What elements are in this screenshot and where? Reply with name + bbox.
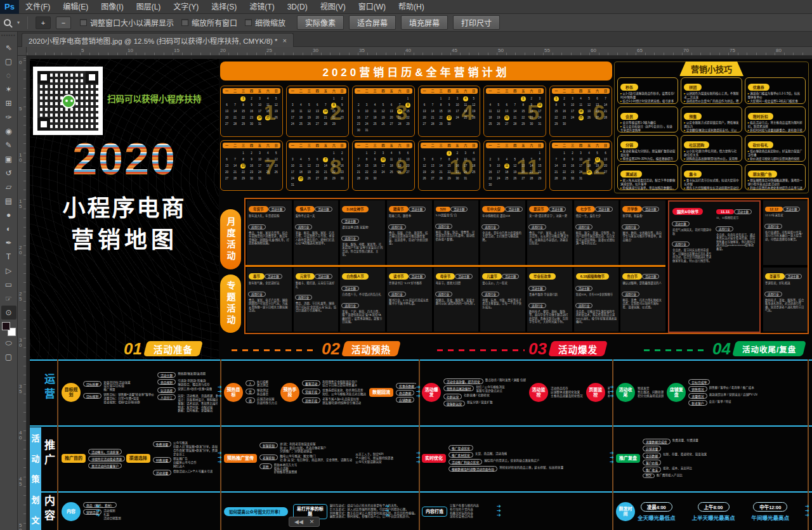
theme-tag: 活动主题 [642,207,660,212]
color-swatches[interactable] [2,322,16,336]
activity-pill: 毕业狂欢季 [529,273,556,280]
marquee-tool[interactable]: ▢ [1,55,16,68]
close-tab-icon[interactable]: × [283,37,287,44]
zoom-tool[interactable]: ⊙ [1,306,16,320]
calendar-weekday-row: 一二三四五六日 [421,143,478,148]
zoom-in-button[interactable]: + [36,16,51,29]
history-brush-tool[interactable]: ↺ [1,166,16,180]
clone-stamp-tool[interactable]: ▣ [1,152,16,166]
day-cell: 1 [519,96,527,102]
checkbox-icon[interactable] [181,19,188,26]
flow-branch: 推广渠道优化 [449,445,563,451]
flow-branch: 推广收支投放、成本、支出环比 [643,467,707,472]
menu-视图(V)[interactable]: 视图(V) [314,0,352,14]
checkbox-细微缩放[interactable]: 细微缩放 [245,17,285,28]
dodge-tool[interactable]: ◐ [1,222,16,236]
activity-card-夏凉节: 夏凉节活动主题来一场“清凉夏凉节”，冰爽一夏适用行业食品、个护、家电、水上玩具、… [527,200,572,265]
day-cell: 26 [421,176,429,182]
button-实际像素[interactable]: 实际像素 [297,15,344,30]
day-cell: 12 [494,108,502,115]
day-cell: 21 [322,169,330,176]
menu-帮助(H)[interactable]: 帮助(H) [392,0,431,14]
type-tool[interactable]: T [1,250,16,264]
magic-wand-tool[interactable]: ✶ [1,82,16,96]
day-cell: 27 [223,176,231,182]
schedule-timeline: 凌晨4:00全天曝光最低点上午8:00上半天曝光最高点中午12:00午间曝光最高… [638,502,805,521]
lasso-tool[interactable]: ◌ [1,68,16,82]
menu-文件(F)[interactable]: 文件(F) [19,0,56,14]
day-cell: 22 [239,169,247,176]
activity-pill: 6.18超级购物节 [576,273,609,280]
day-blank [486,96,494,102]
day-blank [502,150,511,157]
zoom-out-button[interactable]: − [56,16,71,29]
panel-grip[interactable]: ▪▪▪▪▪▪ [1,33,16,38]
button-适合屏幕[interactable]: 适合屏幕 [349,15,396,30]
hand-tool[interactable]: ☞ [1,292,16,306]
rewind-icon[interactable]: ◀◀ [294,519,303,525]
schedule-time: 中午12:00 [753,502,787,512]
day-cell: 2 [453,150,461,157]
menu-文字(Y)[interactable]: 文字(Y) [167,0,205,14]
activity-card-春节: 春节活动主题新年新气象，全民迎好运适用行业食品、家居、电子产品等，围绕团圆用户可… [247,268,292,332]
flow-branch: ROI推广费用投入产出比 [643,474,707,478]
flow-branch: 优惠券数据发券量 / 用券量 / 核销率 [396,383,416,389]
button-打印尺寸[interactable]: 打印尺寸 [453,15,500,30]
blur-tool[interactable]: ● [1,208,16,222]
day-cell: 18 [577,108,585,115]
crop-tool[interactable]: ⊞ [1,96,16,110]
eyedropper-tool[interactable]: ✑ [1,110,16,124]
ruler-mark: 60 [591,48,596,53]
checkbox-icon[interactable] [245,19,252,26]
quick-mask-icon[interactable]: ⬭ [1,336,16,350]
checkbox-缩放所有窗口[interactable]: 缩放所有窗口 [181,17,237,28]
flow-group: 群发时间凌晨4:00全天曝光最低点上午8:00上半天曝光最高点中午12:00午间… [616,502,805,521]
menu-3D(D)[interactable]: 3D(D) [281,0,314,14]
move-tool[interactable]: ⇖ [1,41,16,55]
industry-text: 食品、生鲜、家居百货等，结合年前囤货用户消费需求，推出年货爆款：团圆饭/礼盒/囤… [249,231,290,245]
menu-选择(S)[interactable]: 选择(S) [205,0,243,14]
day-cell: 3 [453,96,461,102]
activity-card-白色情人节: 白色情人节活动主题白色情人节，不可错过的告白礼适用行业美妆、个护、鲜花、巧克力等… [340,268,385,332]
flow-branch: 会员数据拉新、存量、渠道转化、裂变效果 [643,453,707,458]
pen-tool[interactable]: ✒ [1,236,16,250]
screen-mode-icon[interactable]: ▢ [1,350,16,364]
eraser-tool[interactable]: ▱ [1,180,16,194]
day-cell: 7 [355,157,363,163]
foreground-color[interactable] [2,322,10,330]
checkbox-icon[interactable] [80,19,87,26]
flow-branch: 根据数据及时调整活动页面布局将转化好转化的商品上移，延长停留、拉高转化量 [449,466,563,472]
flow-branch: 货爆款测试热品备货 [246,389,277,396]
floating-control[interactable]: ◀◀ ✕ [289,517,320,527]
document-tab[interactable]: 2020小程序电商营销地图.jpg @ 12.5% (扫码可以获得小程序扶持, … [22,33,294,47]
checkbox-调整窗口大小以满屏显示[interactable]: 调整窗口大小以满屏显示 [80,17,174,28]
canvas-area[interactable]: 扫码可以获得小程序扶持 2020 小程序电商 营销地图 2020营销日历&全年营… [27,56,812,530]
menu-窗口(W)[interactable]: 窗口(W) [352,0,392,14]
menu-图像(I)[interactable]: 图像(I) [95,0,129,14]
menu-滤镜(T)[interactable]: 滤镜(T) [243,0,280,14]
chevron-down-icon[interactable]: ▾ [17,20,20,25]
brush-tool[interactable]: ✎ [1,138,16,152]
button-填充屏幕[interactable]: 填充屏幕 [401,15,448,30]
branch-line: 社群直播 / 社群转化 [464,394,490,398]
path-select-tool[interactable]: ▷ [1,264,16,278]
tip-line: 团购商品选高频/刚需/高性价比，采用预收，再送补货 [684,157,738,162]
close-icon[interactable]: ✕ [310,519,315,525]
day-cell: 3 [577,150,585,157]
day-cell: 19 [593,163,601,169]
day-cell: 24 [289,121,297,127]
day-cell: 1 [330,96,338,102]
activities-table: 年货节活动主题新年送大礼，年货提前购适用行业食品、生鲜、家居百货等，结合年前囤货… [244,198,809,334]
day-cell: 28 [552,176,560,182]
day-cell: 22 [552,115,560,121]
menu-编辑(E)[interactable]: 编辑(E) [56,0,95,14]
day-cell: 27 [313,176,322,182]
menu-图层(L)[interactable]: 图层(L) [130,0,167,14]
day-cell: 9 [486,163,494,169]
day-cell: 19 [421,169,429,176]
tip-card-集卡: 集卡集卡玩法打造节日仪式感，拉动大促前中长停留稀有卡片控制概率拉长活动周期并带动… [681,164,742,191]
healing-brush-tool[interactable]: ◉ [1,124,16,138]
flow-group: 预热推广宣传新客获取拼 团：利用老带新裂变获客砍 价：新品+拉新，不适合做老客户… [224,443,352,474]
shape-tool[interactable]: ▭ [1,278,16,292]
gradient-tool[interactable]: ▤ [1,194,16,208]
